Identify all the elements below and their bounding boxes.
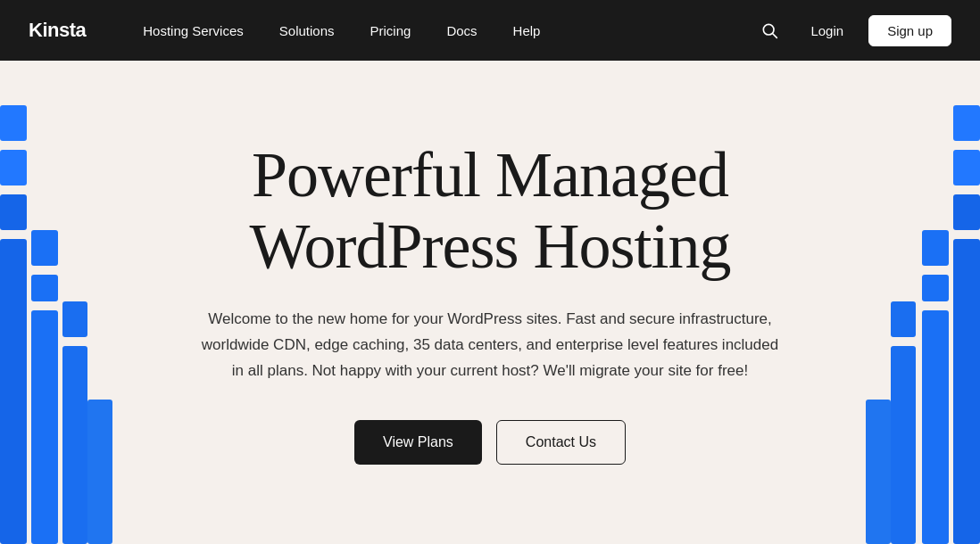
svg-rect-21 <box>953 105 980 141</box>
svg-rect-18 <box>922 230 949 266</box>
svg-rect-3 <box>31 310 58 544</box>
svg-rect-17 <box>953 150 980 185</box>
svg-rect-7 <box>0 150 27 185</box>
hero-title-line2: WordPress Hosting <box>249 210 730 282</box>
svg-rect-8 <box>31 230 58 266</box>
nav-item-docs[interactable]: Docs <box>432 16 491 45</box>
svg-rect-19 <box>891 301 916 337</box>
svg-rect-15 <box>953 194 980 230</box>
left-decoration <box>0 61 116 544</box>
nav-item-pricing[interactable]: Pricing <box>356 16 426 45</box>
left-blocks-svg <box>0 61 116 544</box>
svg-rect-12 <box>953 239 980 544</box>
navbar-actions: Login Sign up <box>753 14 951 46</box>
svg-rect-20 <box>866 400 891 544</box>
search-button[interactable] <box>753 14 785 46</box>
svg-rect-11 <box>0 105 27 141</box>
svg-rect-6 <box>31 275 58 301</box>
hero-title-line1: Powerful Managed <box>252 139 728 210</box>
svg-rect-5 <box>0 194 27 230</box>
svg-rect-9 <box>62 301 87 337</box>
view-plans-button[interactable]: View Plans <box>354 420 482 465</box>
hero-content: Powerful Managed WordPress Hosting Welco… <box>195 140 785 464</box>
svg-rect-2 <box>0 239 27 544</box>
svg-rect-13 <box>922 310 949 544</box>
logo[interactable]: Kinsta <box>29 19 86 42</box>
svg-rect-16 <box>922 275 949 301</box>
nav-item-solutions[interactable]: Solutions <box>265 16 349 45</box>
hero-buttons: View Plans Contact Us <box>195 420 785 465</box>
svg-line-1 <box>773 34 777 38</box>
login-button[interactable]: Login <box>800 16 854 45</box>
svg-rect-10 <box>87 400 112 544</box>
nav-menu: Hosting Services Solutions Pricing Docs … <box>129 16 753 45</box>
right-blocks-svg <box>864 61 980 544</box>
right-decoration <box>864 61 980 544</box>
contact-us-button[interactable]: Contact Us <box>496 420 626 465</box>
nav-item-help[interactable]: Help <box>499 16 555 45</box>
signup-button[interactable]: Sign up <box>868 15 951 46</box>
hero-subtitle: Welcome to the new home for your WordPre… <box>195 307 785 384</box>
navbar: Kinsta Hosting Services Solutions Pricin… <box>0 0 980 61</box>
hero-section: Powerful Managed WordPress Hosting Welco… <box>0 61 980 544</box>
hero-title: Powerful Managed WordPress Hosting <box>195 140 785 281</box>
search-icon <box>760 21 778 39</box>
nav-item-hosting-services[interactable]: Hosting Services <box>129 16 258 45</box>
logo-text: Kinsta <box>29 19 86 42</box>
svg-rect-14 <box>891 346 916 544</box>
svg-rect-4 <box>62 346 87 544</box>
